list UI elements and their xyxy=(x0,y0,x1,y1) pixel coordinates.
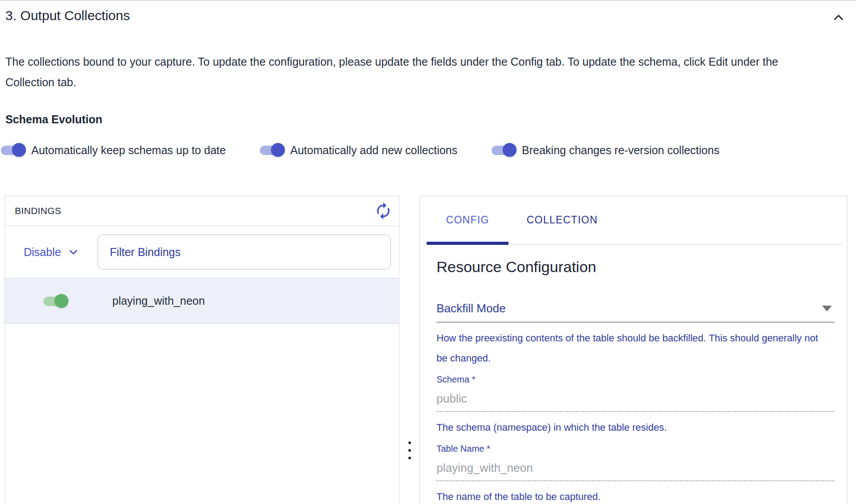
chevron-down-icon xyxy=(67,246,80,258)
keep-schemas-switch[interactable] xyxy=(0,143,26,157)
table-name-input: playing_with_neon xyxy=(436,461,835,481)
tab-collection[interactable]: COLLECTION xyxy=(509,196,616,244)
toggle-label: Automatically keep schemas up to date xyxy=(31,144,226,157)
drag-handle-icon xyxy=(408,441,411,459)
switch-thumb xyxy=(271,143,285,157)
refresh-bindings-button[interactable] xyxy=(374,202,393,220)
toggle-keep-schemas: Automatically keep schemas up to date xyxy=(0,143,226,157)
refresh-icon xyxy=(374,202,393,220)
tab-config[interactable]: CONFIG xyxy=(427,196,509,244)
bindings-panel: BINDINGS Disable playing_with_neon xyxy=(4,196,399,504)
resource-configuration-form: Resource Configuration Backfill Mode How… xyxy=(420,245,847,504)
toggle-label: Automatically add new collections xyxy=(290,144,458,157)
table-name-field-label: Table Name * xyxy=(436,444,835,454)
schema-field-description: The schema (namespace) in which the tabl… xyxy=(436,417,830,437)
toggle-add-collections: Automatically add new collections xyxy=(259,143,458,157)
schema-input: public xyxy=(436,392,835,412)
collapse-section-button[interactable] xyxy=(831,10,846,26)
backfill-mode-select[interactable]: Backfill Mode xyxy=(436,302,835,323)
schema-field-label: Schema * xyxy=(436,374,835,385)
switch-thumb xyxy=(55,294,68,308)
breaking-changes-switch[interactable] xyxy=(491,143,517,157)
toggle-breaking-changes: Breaking changes re-version collections xyxy=(491,143,720,157)
disable-dropdown-label: Disable xyxy=(24,246,61,259)
filter-bindings-input[interactable] xyxy=(97,235,391,269)
bindings-title: BINDINGS xyxy=(15,206,61,216)
backfill-mode-label: Backfill Mode xyxy=(436,302,506,315)
disable-dropdown[interactable]: Disable xyxy=(24,246,80,259)
config-panel: CONFIG COLLECTION Resource Configuration… xyxy=(420,196,848,504)
bindings-toolbar: Disable xyxy=(5,226,399,278)
chevron-up-icon xyxy=(831,10,846,25)
switch-thumb xyxy=(12,143,26,157)
section-header: 3. Output Collections xyxy=(0,1,856,26)
schema-evolution-toggles: Automatically keep schemas up to date Au… xyxy=(0,143,856,157)
binding-row[interactable]: playing_with_neon xyxy=(5,278,399,324)
section-description: The collections bound to your capture. T… xyxy=(5,51,797,92)
backfill-mode-description: How the preexisting contents of the tabl… xyxy=(436,328,830,368)
binding-name: playing_with_neon xyxy=(112,294,205,307)
bindings-workspace: BINDINGS Disable playing_with_neon xyxy=(4,196,856,504)
resource-config-heading: Resource Configuration xyxy=(436,258,835,276)
panel-resize-handle[interactable] xyxy=(399,196,420,504)
table-name-field-description: The name of the table to be captured. xyxy=(436,487,830,504)
add-collections-switch[interactable] xyxy=(259,143,285,157)
caret-down-icon xyxy=(822,306,832,311)
toggle-label: Breaking changes re-version collections xyxy=(522,144,720,157)
section-title: 3. Output Collections xyxy=(5,8,130,23)
config-panel-tabs: CONFIG COLLECTION xyxy=(427,196,842,245)
schema-evolution-heading: Schema Evolution xyxy=(5,113,856,126)
bindings-panel-header: BINDINGS xyxy=(5,196,399,226)
switch-thumb xyxy=(503,143,517,157)
binding-enabled-switch[interactable] xyxy=(42,294,68,308)
